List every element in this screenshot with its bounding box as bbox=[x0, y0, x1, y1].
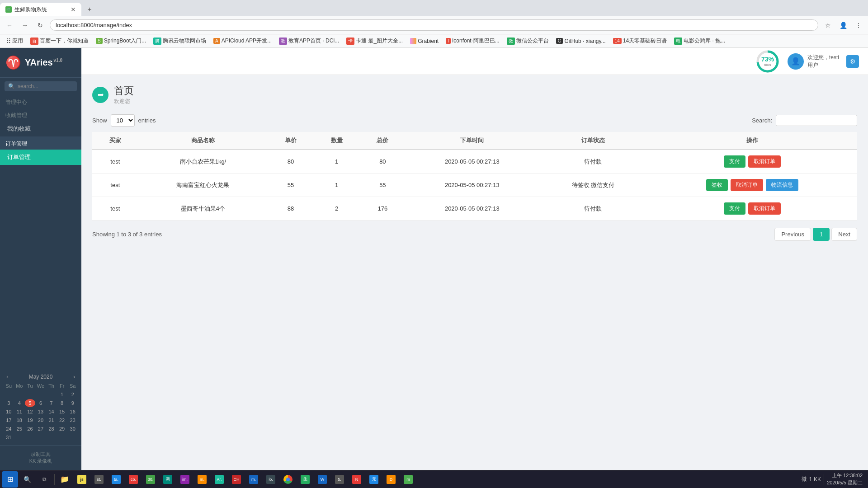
page-1-button[interactable]: 1 bbox=[813, 228, 830, 241]
calendar-prev-button[interactable]: ‹ bbox=[6, 374, 8, 380]
logistics-button-2[interactable]: 物流信息 bbox=[766, 179, 798, 191]
user-profile-button[interactable]: 👤 bbox=[837, 19, 849, 31]
forward-button[interactable]: → bbox=[19, 19, 31, 31]
bookmark-github[interactable]: G GitHub · xiangy... bbox=[553, 37, 609, 45]
cal-day-10[interactable]: 10 bbox=[4, 408, 14, 416]
taskbar-fresh-shop[interactable]: 生 bbox=[297, 471, 313, 488]
cal-day-5-today[interactable]: 5 bbox=[25, 399, 35, 407]
taskbar-word[interactable]: W bbox=[314, 471, 330, 488]
taskbar-app1[interactable]: st. bbox=[91, 471, 107, 488]
cal-day-16[interactable]: 16 bbox=[67, 408, 78, 416]
sidebar-item-order-management[interactable]: 订单管理 bbox=[0, 150, 81, 165]
cell-buyer-3: test bbox=[92, 197, 138, 221]
cal-day-30[interactable]: 30 bbox=[67, 425, 78, 433]
bookmark-cartoon[interactable]: 卡 卡通 最_图片大全... bbox=[344, 36, 406, 46]
taskbar-app4[interactable]: 30. bbox=[142, 471, 159, 488]
entries-select[interactable]: 10 25 50 bbox=[111, 114, 135, 127]
bookmark-iconfont[interactable]: I Iconfont-阿里巴巴... bbox=[443, 36, 502, 46]
cal-day-26[interactable]: 26 bbox=[25, 425, 35, 433]
cal-day-21[interactable]: 21 bbox=[46, 416, 57, 424]
bookmark-grabient[interactable]: Grabient bbox=[407, 37, 441, 45]
active-tab[interactable]: 🛒 生鲜购物系统 ✕ bbox=[0, 3, 81, 16]
cal-day-22[interactable]: 22 bbox=[57, 416, 67, 424]
sidebar-item-management-center[interactable]: 管理中心 bbox=[0, 95, 81, 108]
cal-day-14[interactable]: 14 bbox=[46, 408, 57, 416]
sidebar-item-order-management-group[interactable]: 订单管理 bbox=[0, 136, 81, 150]
cal-day-3[interactable]: 3 bbox=[4, 399, 14, 407]
cal-day-28[interactable]: 28 bbox=[46, 425, 57, 433]
cal-day-18[interactable]: 18 bbox=[14, 416, 25, 424]
bookmark-baidu[interactable]: 百 百度一下，你就知道 bbox=[28, 36, 91, 46]
cal-day-19[interactable]: 19 bbox=[25, 416, 35, 424]
bookmark-springboot[interactable]: S SpringBoot入门... bbox=[93, 36, 149, 46]
cal-day-8[interactable]: 8 bbox=[57, 399, 67, 407]
cal-day-11[interactable]: 11 bbox=[14, 408, 25, 416]
cal-day-1[interactable]: 1 bbox=[57, 390, 67, 399]
cal-day-2[interactable]: 2 bbox=[67, 390, 78, 399]
pay-button-1[interactable]: 支付 bbox=[724, 155, 745, 168]
bookmark-tencent[interactable]: 腾 腾讯云物联网市场 bbox=[151, 36, 209, 46]
cal-day-25[interactable]: 25 bbox=[14, 425, 25, 433]
taskbar-chb[interactable]: CH bbox=[228, 471, 245, 488]
bookmark-apps[interactable]: ⠿ 应用 bbox=[4, 36, 26, 46]
taskbar-5[interactable]: 5. bbox=[331, 471, 348, 488]
taskbar-js-editor[interactable]: js bbox=[74, 471, 90, 488]
new-tab-button[interactable]: + bbox=[83, 3, 96, 16]
cal-day-27[interactable]: 27 bbox=[36, 425, 46, 433]
bookmark-japanese[interactable]: 14 14天零基础砖日语 bbox=[610, 36, 670, 46]
cal-day-29[interactable]: 29 bbox=[57, 425, 67, 433]
cal-day-12[interactable]: 12 bbox=[25, 408, 35, 416]
reload-button[interactable]: ↻ bbox=[34, 19, 46, 31]
calendar-next-button[interactable]: › bbox=[73, 374, 75, 380]
bookmark-edu[interactable]: 教 教育APP首页 · DCl... bbox=[276, 36, 342, 46]
cal-day-17[interactable]: 17 bbox=[4, 416, 14, 424]
start-button[interactable]: ⊞ bbox=[2, 471, 18, 488]
taskbar-m2[interactable]: m. bbox=[245, 471, 262, 488]
bookmark-apicloud[interactable]: A APICloud APP开发... bbox=[211, 36, 274, 46]
cal-day-9[interactable]: 9 bbox=[67, 399, 78, 407]
cal-day-20[interactable]: 20 bbox=[36, 416, 46, 424]
settings-button[interactable]: ⚙ bbox=[846, 55, 859, 68]
cancel-order-button-3[interactable]: 取消订单 bbox=[748, 202, 781, 215]
taskbar-app5[interactable]: 新 bbox=[160, 471, 176, 488]
sign-button-2[interactable]: 签收 bbox=[706, 179, 728, 191]
table-search-input[interactable] bbox=[776, 115, 857, 126]
taskbar-wubi[interactable]: 无 bbox=[366, 471, 382, 488]
taskbar-app2[interactable]: ta. bbox=[108, 471, 124, 488]
cal-day-31[interactable]: 31 bbox=[4, 433, 14, 441]
cal-day-6[interactable]: 6 bbox=[36, 399, 46, 407]
taskbar-m3[interactable]: m bbox=[400, 471, 416, 488]
taskbar-chrome[interactable] bbox=[280, 471, 296, 488]
url-bar[interactable]: localhost:8000/manage/index bbox=[50, 19, 818, 31]
search-input[interactable] bbox=[18, 83, 73, 89]
taskbar-task-view[interactable]: ⧉ bbox=[36, 471, 52, 488]
taskbar-app6[interactable]: im. bbox=[177, 471, 193, 488]
cal-day-13[interactable]: 13 bbox=[36, 408, 46, 416]
menu-button[interactable]: ⋮ bbox=[853, 19, 864, 31]
sidebar-item-collection-management[interactable]: 收藏管理 bbox=[0, 108, 81, 121]
cal-day-15[interactable]: 15 bbox=[57, 408, 67, 416]
sidebar-item-my-collection[interactable]: 我的收藏 bbox=[0, 121, 81, 136]
cal-day-7[interactable]: 7 bbox=[46, 399, 57, 407]
cal-day-23[interactable]: 23 bbox=[67, 416, 78, 424]
cancel-order-button-1[interactable]: 取消订单 bbox=[748, 155, 781, 168]
tab-close-button[interactable]: ✕ bbox=[71, 6, 76, 13]
taskbar-file-explorer[interactable]: 📁 bbox=[57, 471, 73, 488]
taskbar-app3[interactable]: co. bbox=[125, 471, 142, 488]
bookmark-movie[interactable]: 电 电影公鸡库 · 拖... bbox=[671, 36, 728, 46]
pay-button-3[interactable]: 支付 bbox=[724, 202, 745, 215]
taskbar-d[interactable]: D bbox=[383, 471, 399, 488]
taskbar-aries[interactable]: Ar. bbox=[211, 471, 227, 488]
back-button[interactable]: ← bbox=[4, 19, 15, 31]
next-page-button[interactable]: Next bbox=[831, 228, 857, 241]
taskbar-app7[interactable]: m. bbox=[194, 471, 210, 488]
bookmark-button[interactable]: ☆ bbox=[822, 19, 834, 31]
bookmark-wechat[interactable]: 微 微信公众平台 bbox=[504, 36, 552, 46]
taskbar-lo[interactable]: lo. bbox=[263, 471, 279, 488]
taskbar-netease[interactable]: N bbox=[349, 471, 365, 488]
cancel-order-button-2[interactable]: 取消订单 bbox=[731, 179, 763, 191]
cal-day-24[interactable]: 24 bbox=[4, 425, 14, 433]
cal-day-4[interactable]: 4 bbox=[14, 399, 25, 407]
taskbar-search[interactable]: 🔍 bbox=[19, 471, 35, 488]
previous-page-button[interactable]: Previous bbox=[774, 228, 811, 241]
